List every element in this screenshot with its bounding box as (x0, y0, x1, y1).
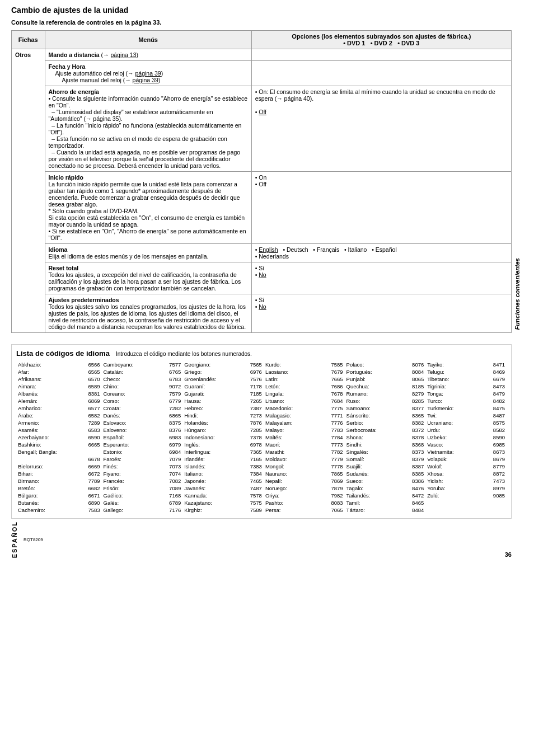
list-item: 7869 (317, 477, 344, 485)
list-item: 8479 (480, 390, 507, 397)
list-item: Vasco: (425, 441, 479, 448)
list-item: 6665 (74, 441, 101, 448)
list-item: Yoruba: (425, 485, 479, 492)
list-item: 8472 (399, 492, 425, 499)
list-item: Árabe: (16, 412, 74, 419)
lang-table-container: Abkhazio:6566Camboyano:7577Georgiano:756… (16, 361, 507, 514)
list-item: 8386 (399, 477, 425, 485)
list-item: 9072 (156, 383, 182, 390)
menu-ahorro: Ahorro de energía • Consulte la siguient… (45, 86, 251, 172)
list-item: Singalés: (345, 448, 399, 456)
list-item: 7789 (74, 477, 101, 485)
list-item: Afar: (16, 368, 74, 375)
list-item: 7665 (317, 375, 344, 383)
list-item: 6985 (480, 441, 507, 448)
list-item: Abkhazio: (16, 361, 74, 368)
list-item: Tibetano: (425, 375, 479, 383)
page-title: Cambio de ajustes de la unidad (11, 6, 523, 15)
list-item: 7679 (317, 368, 344, 375)
list-item: 6783 (156, 375, 182, 383)
list-item: Búlgaro: (16, 492, 74, 499)
list-item: 7686 (317, 383, 344, 390)
list-item: Kirghiz: (182, 506, 236, 514)
list-item: 8679 (480, 456, 507, 463)
list-item: Latín: (264, 375, 317, 383)
list-item: 7778 (317, 463, 344, 470)
list-item: 8465 (399, 499, 425, 506)
list-item: Naurano: (264, 470, 317, 477)
list-item: Laosiano: (264, 368, 317, 375)
list-item: Groenlandés: (182, 375, 236, 383)
list-item: 7678 (317, 390, 344, 397)
list-item: Interlingua: (182, 448, 236, 456)
sidebar-funciones: Funciones convenientes (512, 30, 523, 558)
list-item: 6566 (74, 361, 101, 368)
list-item: Telugu: (425, 368, 479, 375)
list-item: 6583 (74, 426, 101, 434)
list-item: 7773 (317, 441, 344, 448)
list-item: Malagasio: (264, 412, 317, 419)
menu-ajustes-pred: Ajustes predeterminados Todos los ajuste… (45, 294, 251, 333)
list-item: Islandés: (182, 463, 236, 470)
list-item: 7282 (156, 405, 182, 412)
list-item: Malayalam: (264, 419, 317, 426)
list-item: 8375 (156, 419, 182, 426)
list-item (74, 448, 101, 456)
list-item: 7465 (237, 477, 264, 485)
list-item: 8065 (399, 375, 425, 383)
list-item: Noruego: (264, 485, 317, 492)
list-item: 7273 (237, 412, 264, 419)
list-item: 8083 (317, 499, 344, 506)
list-item: Griego: (182, 368, 236, 375)
list-item: Turco: (425, 397, 479, 405)
list-item: Zulú: (425, 492, 479, 499)
list-item: Corso: (102, 397, 156, 405)
list-item: 7565 (237, 361, 264, 368)
list-item: 8475 (480, 405, 507, 412)
opt-idioma: • English • Deutsch • Français • Italian… (251, 244, 511, 262)
list-item: Sueco: (345, 477, 399, 485)
list-item: 6976 (237, 368, 264, 375)
list-item: Gaélico: (102, 492, 156, 499)
list-item: 7585 (317, 361, 344, 368)
list-item: Quechua: (345, 383, 399, 390)
list-item: Somalí: (345, 456, 399, 463)
list-item: Sudanés: (345, 470, 399, 477)
list-item: Suajili: (345, 463, 399, 470)
list-item: Hebreo: (182, 405, 236, 412)
list-item: Armenio: (16, 419, 74, 426)
list-item: Indonesiano: (182, 434, 236, 441)
list-item: 8379 (399, 456, 425, 463)
list-item: Italiano: (182, 470, 236, 477)
menu-idioma: Idioma Elija el idioma de estos menús y … (45, 244, 251, 262)
list-item: Checo: (102, 375, 156, 383)
list-item: 6679 (480, 375, 507, 383)
list-item: Malayo: (264, 426, 317, 434)
list-item: Tayiko: (425, 361, 479, 368)
list-item: 7982 (317, 492, 344, 499)
ficha-otros: Otros (12, 49, 45, 333)
list-item: Tártaro: (345, 506, 399, 514)
list-item: 7365 (237, 448, 264, 456)
opciones-title: Opciones (los elementos subrayados son a… (292, 33, 471, 40)
list-item: Japonés: (182, 477, 236, 485)
list-item: Xhosa: (425, 470, 479, 477)
opt-fecha (251, 61, 511, 86)
list-item: Butanés: (16, 499, 74, 506)
list-item: 8476 (399, 485, 425, 492)
list-item: 7074 (156, 470, 182, 477)
list-item: 6678 (74, 456, 101, 463)
list-item: 7378 (237, 434, 264, 441)
list-item: 8482 (480, 397, 507, 405)
list-item: 6590 (74, 434, 101, 441)
list-item: 8469 (480, 368, 507, 375)
list-item: Albanés: (16, 390, 74, 397)
list-item: Letón: (264, 383, 317, 390)
list-item: Tagalo: (345, 485, 399, 492)
list-item: Serbocroata: (345, 426, 399, 434)
list-item: Asamés: (16, 426, 74, 434)
list-item: Danés: (102, 412, 156, 419)
list-item: Estonio: (102, 448, 156, 456)
rqt-code: RQT8209 (24, 537, 43, 542)
list-item: 6765 (156, 368, 182, 375)
